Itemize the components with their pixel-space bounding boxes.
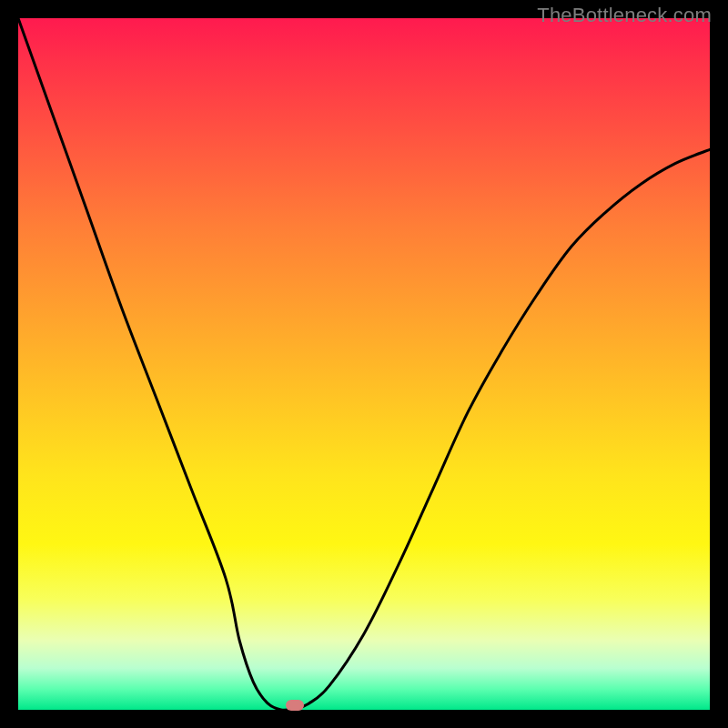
watermark-text: TheBottleneck.com [537, 4, 712, 27]
minimum-marker [286, 700, 304, 711]
bottleneck-curve [18, 18, 710, 710]
